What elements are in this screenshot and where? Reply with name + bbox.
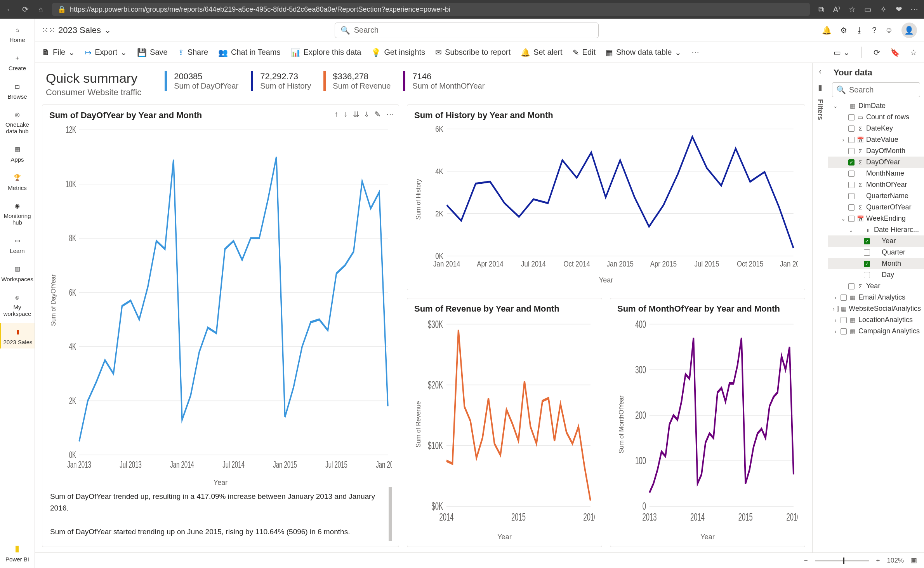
- chevron-icon[interactable]: ›: [841, 137, 846, 143]
- checkbox[interactable]: [848, 148, 855, 154]
- cmd-refresh[interactable]: ⟳: [874, 48, 880, 57]
- checkbox[interactable]: ✓: [864, 261, 870, 267]
- field-row[interactable]: ›📅DateValue: [828, 134, 924, 145]
- checkbox[interactable]: [848, 204, 855, 211]
- address-bar[interactable]: 🔒 https://app.powerbi.com/groups/me/repo…: [52, 3, 810, 16]
- collections-icon[interactable]: ▭: [863, 5, 872, 14]
- field-row[interactable]: ΣYear: [828, 281, 924, 292]
- field-row[interactable]: ✓Year: [828, 235, 924, 247]
- nav-create[interactable]: ＋Create: [0, 49, 35, 75]
- cmd-share[interactable]: ⇪Share: [178, 48, 208, 57]
- checkbox[interactable]: [864, 249, 870, 256]
- checkbox[interactable]: [848, 193, 855, 199]
- cmd-save[interactable]: 💾Save: [137, 48, 168, 57]
- field-row[interactable]: Quarter: [828, 247, 924, 258]
- checkbox[interactable]: [848, 114, 855, 120]
- checkbox[interactable]: [841, 294, 847, 301]
- checkbox[interactable]: [848, 171, 855, 177]
- feedback-icon[interactable]: ☺: [885, 26, 893, 35]
- user-avatar[interactable]: 👤: [901, 23, 917, 38]
- nav-learn[interactable]: ▭Learn: [0, 232, 35, 257]
- nextlevel-icon[interactable]: ⫰: [365, 110, 369, 119]
- nav-workspaces[interactable]: ▥Workspaces: [0, 260, 35, 286]
- cmd-datatable[interactable]: ▦Show data table⌄: [606, 48, 681, 57]
- shopping-icon[interactable]: ⧉: [817, 5, 825, 14]
- checkbox[interactable]: ✓: [848, 159, 855, 166]
- field-row[interactable]: ›▦Email Analytics: [828, 292, 924, 303]
- checkbox[interactable]: [841, 317, 847, 323]
- field-row[interactable]: ⌄▦DimDate: [828, 100, 924, 112]
- data-search[interactable]: 🔍 Search: [832, 82, 920, 97]
- zoom-in-icon[interactable]: +: [876, 557, 880, 565]
- global-search[interactable]: 🔍 Search: [335, 23, 599, 38]
- back-icon[interactable]: ←: [5, 5, 14, 14]
- chevron-icon[interactable]: ⌄: [848, 227, 854, 233]
- cmd-view-mode[interactable]: ▭ ⌄: [834, 48, 850, 57]
- expand-icon[interactable]: ⇊: [353, 110, 360, 119]
- drillup-icon[interactable]: ↑: [334, 110, 338, 119]
- field-row[interactable]: ✓ΣDayOfYear: [828, 157, 924, 168]
- nav-monitoring[interactable]: ◉Monitoring hub: [0, 197, 35, 229]
- checkbox[interactable]: [848, 216, 855, 222]
- cmd-file[interactable]: 🗎File⌄: [42, 48, 75, 57]
- cmd-explore[interactable]: 📊Explore this data: [291, 48, 361, 57]
- chart-history[interactable]: Sum of History by Year and Month Sum of …: [407, 105, 805, 290]
- more-icon[interactable]: ⋯: [386, 110, 394, 119]
- cmd-bookmark[interactable]: 🔖: [890, 48, 900, 57]
- field-row[interactable]: MonthName: [828, 168, 924, 179]
- checkbox[interactable]: [864, 272, 870, 278]
- home-icon[interactable]: ⌂: [36, 5, 45, 14]
- extensions-icon[interactable]: ✧: [879, 5, 888, 14]
- report-title-dropdown[interactable]: 2023 Sales ⌄: [58, 25, 111, 35]
- cmd-export[interactable]: ↦Export⌄: [85, 48, 127, 57]
- checkbox[interactable]: [848, 137, 855, 143]
- fit-page-icon[interactable]: ▣: [911, 556, 917, 565]
- field-row[interactable]: ⌄⫾Date Hierarc...: [828, 224, 924, 235]
- nav-metrics[interactable]: 🏆Metrics: [0, 169, 35, 194]
- nav-myworkspace[interactable]: ☺My workspace: [0, 289, 35, 320]
- favorite-icon[interactable]: ☆: [848, 5, 856, 14]
- checkbox[interactable]: [841, 328, 847, 335]
- checkbox[interactable]: [837, 306, 839, 312]
- chevron-icon[interactable]: ›: [833, 317, 838, 323]
- field-row[interactable]: ΣDayOfMonth: [828, 145, 924, 157]
- field-row[interactable]: ›▦Campaign Analytics: [828, 326, 924, 337]
- waffle-icon[interactable]: ⁙⁙: [42, 26, 51, 35]
- zoom-out-icon[interactable]: −: [804, 557, 808, 565]
- field-row[interactable]: ›▦WebsiteSocialAnalytics: [828, 303, 924, 314]
- download-icon[interactable]: ⭳: [856, 26, 863, 35]
- nav-apps[interactable]: ▦Apps: [0, 141, 35, 166]
- chevron-icon[interactable]: ›: [833, 306, 835, 312]
- field-row[interactable]: ›▦LocationAnalytics: [828, 314, 924, 326]
- field-row[interactable]: ΣDateKey: [828, 123, 924, 134]
- cmd-chat-teams[interactable]: 👥Chat in Teams: [218, 48, 280, 57]
- chevron-icon[interactable]: ⌄: [833, 103, 838, 109]
- read-aloud-icon[interactable]: A⁾: [832, 5, 841, 14]
- checkbox[interactable]: ✓: [864, 238, 870, 244]
- chevron-icon[interactable]: ›: [833, 328, 838, 335]
- chart-icon[interactable]: ▮: [818, 83, 822, 92]
- cmd-alert[interactable]: 🔔Set alert: [521, 48, 562, 57]
- nav-onelake[interactable]: ◎OneLake data hub: [0, 106, 35, 138]
- settings-icon[interactable]: ⚙: [840, 26, 847, 35]
- chart-monthofyear[interactable]: Sum of MonthOfYear by Year and Month Sum…: [610, 298, 805, 547]
- copilot-icon[interactable]: ✎: [374, 110, 381, 119]
- chart-dayofyear[interactable]: Sum of DayOfYear by Year and Month ↑ ↓ ⇊…: [42, 105, 399, 547]
- field-row[interactable]: Day: [828, 269, 924, 281]
- notifications-icon[interactable]: 🔔: [822, 26, 832, 35]
- chevron-icon[interactable]: ⌄: [841, 216, 846, 222]
- refresh-icon[interactable]: ⟳: [21, 5, 30, 14]
- field-row[interactable]: ✓Month: [828, 258, 924, 269]
- field-row[interactable]: QuarterName: [828, 190, 924, 202]
- expand-left-icon[interactable]: ‹: [819, 67, 822, 76]
- cmd-more[interactable]: ⋯: [691, 48, 699, 57]
- field-row[interactable]: ▭Count of rows: [828, 112, 924, 123]
- cmd-subscribe[interactable]: ✉Subscribe to report: [435, 48, 511, 57]
- checkbox[interactable]: [848, 125, 855, 132]
- nav-home[interactable]: ⌂Home: [0, 21, 35, 46]
- field-row[interactable]: ΣMonthOfYear: [828, 179, 924, 190]
- help-icon[interactable]: ?: [872, 26, 876, 35]
- checkbox[interactable]: [848, 283, 855, 289]
- chevron-icon[interactable]: ›: [833, 294, 838, 301]
- checkbox[interactable]: [848, 182, 855, 188]
